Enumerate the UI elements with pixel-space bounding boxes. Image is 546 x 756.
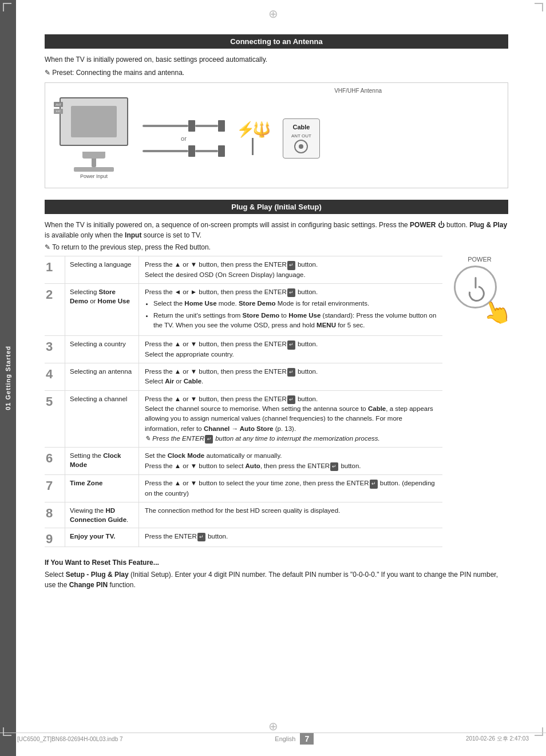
step-row-1: 1 Selecting a language Press the ▲ or ▼ …	[45, 256, 442, 284]
step-number-1: 1	[45, 256, 65, 283]
step-desc-9: Press the ENTER↵ button.	[139, 528, 442, 547]
step-title-9: Enjoy your TV.	[65, 528, 139, 547]
step-row-4: 4 Selecting an antenna Press the ▲ or ▼ …	[45, 363, 442, 391]
side-tab: 01 Getting Started	[0, 0, 16, 756]
steps-table: 1 Selecting a language Press the ▲ or ▼ …	[45, 256, 442, 547]
step-row-8: 8 Viewing the HD Connection Guide. The c…	[45, 502, 442, 528]
antenna-pole	[252, 138, 254, 155]
step-number-4: 4	[45, 363, 65, 390]
tv-base	[74, 167, 114, 172]
lower-cable	[143, 145, 225, 157]
step-row-9: 9 Enjoy your TV. Press the ENTER↵ button…	[45, 528, 442, 547]
power-input-label: Power Input	[80, 173, 108, 179]
antenna-intro: When the TV is initially powered on, bas…	[45, 54, 508, 65]
page-footer: [UC6500_ZT]BN68-02694H-00L03.indb 7 Engl…	[0, 733, 546, 745]
crosshair-top: ⊕	[268, 7, 278, 21]
cable-port-inner	[299, 144, 303, 149]
enter-icon-3: ↵	[287, 341, 295, 350]
ant-out-label: ANT OUT	[291, 133, 311, 138]
ext-port: EXT	[54, 109, 63, 114]
upper-cable	[143, 120, 225, 132]
cable-line-3	[143, 150, 188, 152]
step-5-note: Press the ENTER↵ button at any time to i…	[145, 435, 380, 442]
step-desc-5: Press the ▲ or ▼ button, then press the …	[139, 391, 442, 448]
cable-line-4	[195, 150, 218, 152]
enter-icon: ↵	[287, 261, 295, 270]
step-number-6: 6	[45, 448, 65, 474]
antenna-note: Preset: Connecting the mains and antenna…	[45, 68, 508, 78]
antenna-section: Connecting to an Antenna When the TV is …	[45, 34, 508, 188]
step-number-2: 2	[45, 284, 65, 335]
corner-tl-decoration	[3, 3, 11, 11]
enter-icon-9: ↵	[197, 533, 205, 542]
step-title-3: Selecting a country	[65, 336, 139, 363]
tv-unit: ANT EXT Power Input	[54, 97, 134, 179]
cable-port-circle	[294, 140, 308, 153]
step-desc-7: Press the ▲ or ▼ button to select the yo…	[139, 475, 442, 502]
cable-line-2	[195, 125, 218, 127]
connector-3	[188, 145, 195, 157]
enter-icon-2: ↵	[287, 288, 295, 298]
page-number: 7	[300, 733, 314, 745]
step-title-1: Selecting a language	[65, 256, 139, 283]
connector-1	[188, 120, 195, 132]
page-number-box: English 7	[275, 733, 314, 745]
tv-stand	[82, 152, 105, 159]
step-title-6: Setting the Clock Mode	[65, 448, 139, 474]
step-number-3: 3	[45, 336, 65, 363]
steps-container: 1 Selecting a language Press the ▲ or ▼ …	[45, 256, 508, 547]
date-info: 2010-02-26 오후 2:47:03	[466, 735, 529, 743]
step-title-7: Time Zone	[65, 475, 139, 502]
plug-play-note: To return to the previous step, press th…	[45, 243, 508, 251]
file-info: [UC6500_ZT]BN68-02694H-00L03.indb 7	[17, 736, 123, 742]
step-title-4: Selecting an antenna	[65, 363, 139, 390]
tv-arm	[92, 159, 96, 167]
power-symbol	[465, 277, 485, 297]
plug-play-intro: When the TV is initially powered on, a s…	[45, 220, 508, 240]
power-label: POWER	[468, 256, 492, 263]
step-title-2: Selecting Store Demo or Home Use	[65, 284, 139, 335]
ant-port: ANT	[54, 102, 63, 107]
step-title-5: Selecting a channel	[65, 391, 139, 448]
plug-play-header: Plug & Play (Initial Setup)	[45, 200, 508, 214]
cable-run-area: or	[143, 120, 225, 157]
cable-box-label: Cable	[291, 124, 311, 130]
power-button-area: 👆	[454, 266, 505, 323]
note-icon	[45, 243, 52, 251]
enter-icon-4: ↵	[287, 368, 295, 377]
enter-icon-5b: ↵	[205, 435, 213, 444]
step-number-8: 8	[45, 502, 65, 528]
step-row-3: 3 Selecting a country Press the ▲ or ▼ b…	[45, 336, 442, 363]
main-content: ⊕ Connecting to an Antenna When the TV i…	[16, 0, 525, 756]
step-title-8: Viewing the HD Connection Guide.	[65, 502, 139, 528]
power-illustration: POWER 👆	[451, 256, 508, 323]
antenna-section-header: Connecting to an Antenna	[45, 34, 508, 49]
step-desc-2: Press the ◄ or ► button, then press the …	[139, 284, 442, 335]
connector-4	[218, 145, 225, 157]
reset-title: If You Want to Reset This Feature...	[45, 559, 508, 567]
corner-tr-decoration	[535, 3, 543, 11]
step-desc-1: Press the ▲ or ▼ button, then press the …	[139, 256, 442, 283]
step-row-6: 6 Setting the Clock Mode Set the Clock M…	[45, 448, 442, 475]
or-text: or	[181, 135, 187, 142]
step-number-9: 9	[45, 528, 65, 547]
step-number-7: 7	[45, 475, 65, 502]
step-number-5: 5	[45, 391, 65, 448]
plug-play-section: Plug & Play (Initial Setup) When the TV …	[45, 200, 508, 547]
english-label: English	[275, 735, 295, 742]
power-arc	[465, 283, 487, 304]
reset-section: If You Want to Reset This Feature... Sel…	[45, 559, 508, 590]
antenna-diagram: VHF/UHF Antenna ANT	[45, 82, 508, 188]
crosshair-bottom: ⊕	[268, 719, 278, 733]
tv-body: ANT EXT	[54, 97, 134, 152]
cable-line-1	[143, 125, 188, 127]
step-desc-3: Press the ▲ or ▼ button, then press the …	[139, 336, 442, 363]
step-desc-6: Set the Clock Mode automatically or manu…	[139, 448, 442, 474]
vhf-antenna-group: ⚡🔱	[236, 122, 268, 155]
connector-2	[218, 120, 225, 132]
cable-box: Cable ANT OUT	[283, 118, 320, 159]
side-tab-text: 01 Getting Started	[5, 346, 11, 410]
step-desc-8: The connection method for the best HD sc…	[139, 502, 442, 528]
enter-icon-5: ↵	[287, 395, 295, 405]
vhf-antenna-icon: ⚡🔱	[236, 122, 268, 137]
